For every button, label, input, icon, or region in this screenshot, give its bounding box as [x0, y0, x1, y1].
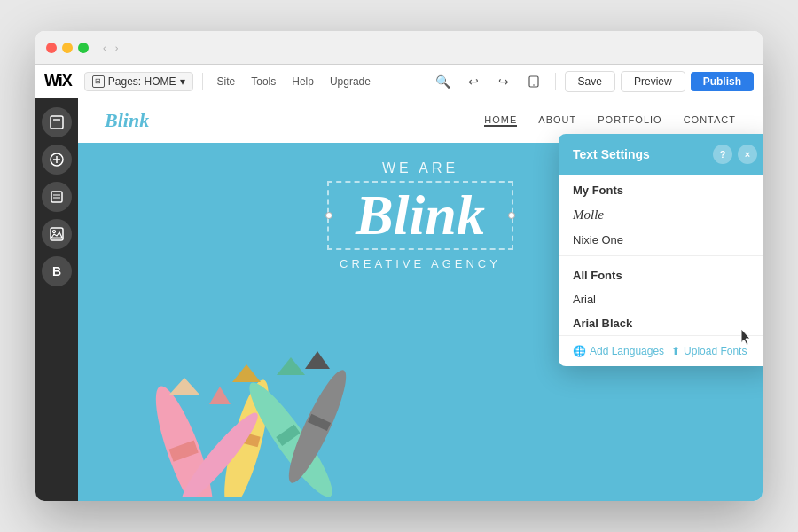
left-sidebar: B	[35, 98, 78, 501]
cursor-pointer	[738, 327, 755, 348]
search-icon-btn[interactable]: 🔍	[431, 69, 456, 94]
upload-fonts-link[interactable]: ⬆ Upload Fonts	[671, 345, 747, 357]
canvas-area[interactable]: Blink HOME ABOUT PORTFOLIO CONTACT WE AR…	[78, 98, 763, 501]
selection-handle-right	[508, 212, 515, 219]
upgrade-menu-btn[interactable]: Upgrade	[325, 73, 376, 90]
close-panel-button[interactable]: ×	[738, 145, 757, 164]
svg-point-1	[533, 84, 535, 86]
title-bar: ‹ ›	[35, 31, 763, 65]
device-icon-btn[interactable]	[521, 69, 546, 94]
my-fonts-header: My Fonts	[559, 175, 763, 202]
font-item-arial[interactable]: Arial	[559, 287, 763, 311]
toolbar-separator-2	[555, 73, 556, 90]
minimize-traffic-light[interactable]	[62, 43, 73, 53]
pencils-illustration	[105, 311, 371, 501]
svg-rect-7	[51, 192, 62, 202]
svg-marker-19	[277, 357, 305, 375]
svg-marker-16	[232, 364, 261, 382]
svg-rect-2	[51, 116, 63, 129]
nav-forward-btn[interactable]: ›	[112, 41, 122, 55]
panel-body: My Fonts Molle Nixie One All Fonts Arial…	[559, 175, 763, 335]
page-icon: ⊞	[92, 75, 105, 88]
sidebar-icon-blog[interactable]: B	[42, 256, 72, 286]
help-menu-btn[interactable]: Help	[286, 73, 319, 90]
sidebar-icon-media[interactable]	[42, 219, 72, 249]
publish-button[interactable]: Publish	[691, 72, 754, 91]
hero-subtitle: WE ARE	[382, 160, 458, 176]
wix-logo: WiX	[44, 72, 72, 90]
svg-marker-22	[305, 351, 330, 369]
upload-fonts-icon: ⬆	[671, 345, 680, 357]
undo-icon-btn[interactable]: ↩	[461, 69, 486, 94]
svg-rect-3	[53, 119, 60, 121]
selection-handle-left	[325, 212, 332, 219]
svg-marker-13	[168, 378, 200, 395]
toolbar-separator-1	[202, 73, 203, 90]
font-item-molle[interactable]: Molle	[559, 202, 763, 228]
nav-home[interactable]: HOME	[484, 114, 517, 127]
nav-back-btn[interactable]: ‹	[99, 41, 110, 55]
site-menu-btn[interactable]: Site	[212, 73, 241, 90]
main-content: B Blink HOME ABOUT PORTFOLIO CONTACT WE …	[35, 98, 763, 501]
nav-about[interactable]: ABOUT	[538, 114, 576, 127]
preview-button[interactable]: Preview	[621, 71, 685, 92]
help-button[interactable]: ?	[713, 145, 732, 164]
fullscreen-traffic-light[interactable]	[78, 43, 89, 53]
pages-chevron-icon: ▾	[180, 75, 185, 88]
add-languages-link[interactable]: 🌐 Add Languages	[573, 345, 664, 357]
site-logo: Blink	[105, 109, 149, 132]
sidebar-icon-layout[interactable]	[42, 107, 72, 137]
hero-tagline: CREATIVE AGENCY	[340, 257, 501, 270]
pages-dropdown[interactable]: ⊞ Pages: HOME ▾	[84, 72, 193, 91]
hero-title: Blink	[356, 187, 485, 244]
pages-label: Pages: HOME	[108, 75, 176, 88]
font-item-nixie[interactable]: Nixie One	[559, 228, 763, 252]
mac-window: ‹ › WiX ⊞ Pages: HOME ▾ Site Tools Help …	[35, 31, 763, 501]
sidebar-icon-pages[interactable]	[42, 182, 72, 212]
blink-title-wrapper[interactable]: Blink	[327, 181, 513, 250]
nav-contact[interactable]: CONTACT	[684, 114, 736, 127]
nav-arrows: ‹ ›	[99, 41, 121, 55]
svg-marker-25	[209, 387, 231, 404]
panel-divider	[559, 255, 763, 256]
text-settings-panel: Text Settings ? × My Fonts Molle Nixie O…	[559, 134, 763, 366]
sidebar-icon-add[interactable]	[42, 145, 72, 175]
nav-portfolio[interactable]: PORTFOLIO	[598, 114, 661, 127]
svg-rect-11	[51, 228, 63, 240]
toolbar: WiX ⊞ Pages: HOME ▾ Site Tools Help Upgr…	[35, 65, 763, 98]
traffic-lights	[46, 43, 89, 53]
panel-footer: 🌐 Add Languages ⬆ Upload Fonts	[559, 335, 763, 366]
close-traffic-light[interactable]	[46, 43, 57, 53]
all-fonts-header: All Fonts	[559, 260, 763, 287]
redo-icon-btn[interactable]: ↪	[491, 69, 516, 94]
add-languages-icon: 🌐	[573, 345, 586, 357]
panel-title: Text Settings	[573, 147, 650, 161]
site-navigation: HOME ABOUT PORTFOLIO CONTACT	[484, 114, 736, 127]
panel-header-icons: ? ×	[713, 145, 757, 164]
font-item-arial-black[interactable]: Arial Black	[559, 311, 763, 335]
add-languages-label: Add Languages	[590, 345, 664, 357]
panel-header: Text Settings ? ×	[559, 134, 763, 175]
save-button[interactable]: Save	[565, 71, 615, 92]
svg-point-10	[53, 231, 56, 233]
tools-menu-btn[interactable]: Tools	[246, 73, 281, 90]
